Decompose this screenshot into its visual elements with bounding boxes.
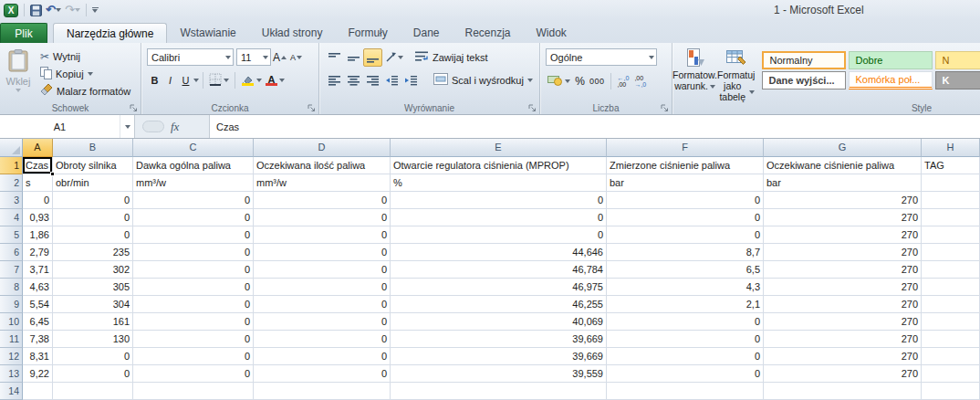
- cell-D9[interactable]: 0: [254, 296, 391, 313]
- cell-F8[interactable]: 4,3: [607, 279, 764, 296]
- cell-F1[interactable]: Zmierzone ciśnienie paliwa: [607, 157, 764, 174]
- cell-B7[interactable]: 302: [53, 261, 133, 279]
- excel-logo-icon[interactable]: X: [4, 4, 18, 17]
- cell-F2[interactable]: bar: [607, 174, 764, 192]
- merge-center-button[interactable]: Scal i wyśrodkuj: [433, 73, 533, 87]
- dialog-launcher-icon[interactable]: [661, 103, 670, 112]
- column-header-B[interactable]: B: [53, 139, 133, 157]
- format-painter-button[interactable]: Malarz formatów: [40, 82, 130, 100]
- cell-B9[interactable]: 304: [53, 296, 133, 313]
- cell-D1[interactable]: Oczekiwana ilość paliwa: [254, 157, 391, 174]
- style-komorka-zaznaczona[interactable]: K: [935, 71, 980, 89]
- font-family-combo[interactable]: Calibri: [147, 48, 234, 66]
- cell-F14[interactable]: [607, 383, 764, 400]
- cell-H4[interactable]: [922, 209, 980, 226]
- row-header-14[interactable]: 14: [0, 383, 23, 400]
- cell-B11[interactable]: 130: [53, 331, 133, 348]
- cell-H10[interactable]: [922, 313, 980, 331]
- cell-A7[interactable]: 3,71: [23, 261, 53, 279]
- cell-C3[interactable]: 0: [133, 192, 254, 209]
- cell-H8[interactable]: [922, 279, 980, 296]
- cell-C5[interactable]: 0: [133, 226, 254, 244]
- align-middle-button[interactable]: [344, 48, 363, 67]
- column-header-C[interactable]: C: [133, 139, 254, 157]
- cell-C8[interactable]: 0: [133, 279, 254, 296]
- cell-E5[interactable]: 0: [391, 226, 607, 244]
- row-header-10[interactable]: 10: [0, 313, 23, 331]
- cell-A11[interactable]: 7,38: [23, 331, 53, 348]
- row-header-3[interactable]: 3: [0, 192, 23, 209]
- cell-E12[interactable]: 39,669: [391, 348, 607, 365]
- accounting-format-button[interactable]: [546, 72, 572, 90]
- cell-G14[interactable]: [764, 383, 922, 400]
- customize-qat-button[interactable]: [92, 7, 99, 13]
- cell-H14[interactable]: [922, 383, 980, 400]
- cell-A1[interactable]: Czas: [23, 157, 53, 174]
- cell-F4[interactable]: 0: [607, 209, 764, 226]
- tab-recenzja[interactable]: Recenzja: [452, 23, 523, 43]
- number-format-combo[interactable]: Ogólne: [546, 48, 657, 66]
- cell-F9[interactable]: 2,1: [607, 296, 764, 313]
- cell-H11[interactable]: [922, 331, 980, 348]
- cell-G12[interactable]: 270: [764, 348, 922, 365]
- undo-button[interactable]: ↶: [46, 4, 61, 16]
- decrease-decimal-button[interactable]: ,00 →,0: [631, 75, 649, 88]
- column-header-G[interactable]: G: [764, 139, 922, 157]
- cell-H6[interactable]: [922, 244, 980, 261]
- row-header-13[interactable]: 13: [0, 365, 23, 383]
- cell-B12[interactable]: 0: [53, 348, 133, 365]
- tab-narzędzia-główne[interactable]: Narzędzia główne: [53, 23, 167, 43]
- tab-formuły[interactable]: Formuły: [335, 23, 400, 43]
- cell-E10[interactable]: 40,069: [391, 313, 607, 331]
- cell-G10[interactable]: 270: [764, 313, 922, 331]
- cell-C13[interactable]: 0: [133, 365, 254, 383]
- cell-D11[interactable]: 0: [254, 331, 391, 348]
- cell-C12[interactable]: 0: [133, 348, 254, 365]
- tab-plik[interactable]: Plik: [0, 23, 47, 43]
- cell-H2[interactable]: [922, 174, 980, 192]
- row-header-9[interactable]: 9: [0, 296, 23, 313]
- cell-G7[interactable]: 270: [764, 261, 922, 279]
- italic-button[interactable]: I: [162, 71, 178, 89]
- align-left-button[interactable]: [325, 71, 344, 89]
- cell-D3[interactable]: 0: [254, 192, 391, 209]
- cell-A14[interactable]: [23, 383, 53, 400]
- dialog-launcher-icon[interactable]: [528, 103, 537, 112]
- cell-F10[interactable]: 0: [607, 313, 764, 331]
- cell-E8[interactable]: 46,975: [391, 279, 607, 296]
- cell-B2[interactable]: obr/min: [53, 174, 133, 192]
- cell-H7[interactable]: [922, 261, 980, 279]
- increase-indent-button[interactable]: [401, 71, 421, 89]
- cell-G9[interactable]: 270: [764, 296, 922, 313]
- cell-F7[interactable]: 6,5: [607, 261, 764, 279]
- cell-A3[interactable]: 0: [23, 192, 53, 209]
- cell-B6[interactable]: 235: [53, 244, 133, 261]
- cell-D12[interactable]: 0: [254, 348, 391, 365]
- cell-F6[interactable]: 8,7: [607, 244, 764, 261]
- wrap-text-button[interactable]: Zawijaj tekst: [415, 51, 488, 64]
- align-top-button[interactable]: [325, 48, 344, 67]
- cell-F12[interactable]: 0: [607, 348, 764, 365]
- cell-C7[interactable]: 0: [133, 261, 254, 279]
- insert-function-icon[interactable]: fx: [171, 120, 179, 134]
- style-neutralny[interactable]: N: [935, 51, 980, 69]
- cell-G4[interactable]: 270: [764, 209, 922, 226]
- row-header-1[interactable]: 1: [0, 157, 23, 174]
- cell-F11[interactable]: 0: [607, 331, 764, 348]
- shrink-font-button[interactable]: A: [288, 48, 304, 67]
- cell-E11[interactable]: 39,669: [391, 331, 607, 348]
- font-color-button[interactable]: A: [264, 71, 287, 89]
- cut-button[interactable]: ✂ Wytnij: [40, 47, 130, 65]
- select-all-corner[interactable]: [0, 139, 23, 157]
- bold-button[interactable]: B: [147, 71, 162, 89]
- orientation-button[interactable]: [382, 48, 406, 67]
- formula-input[interactable]: Czas: [210, 115, 980, 138]
- cell-G2[interactable]: bar: [764, 174, 922, 192]
- cell-E9[interactable]: 46,255: [391, 296, 607, 313]
- cell-E3[interactable]: 0: [391, 192, 607, 209]
- style-komorka-polaczona[interactable]: Komórka poł...: [849, 71, 933, 89]
- tab-wstawianie[interactable]: Wstawianie: [167, 23, 248, 43]
- cell-C11[interactable]: 0: [133, 331, 254, 348]
- underline-button[interactable]: U: [178, 71, 193, 89]
- cell-A13[interactable]: 9,22: [23, 365, 53, 383]
